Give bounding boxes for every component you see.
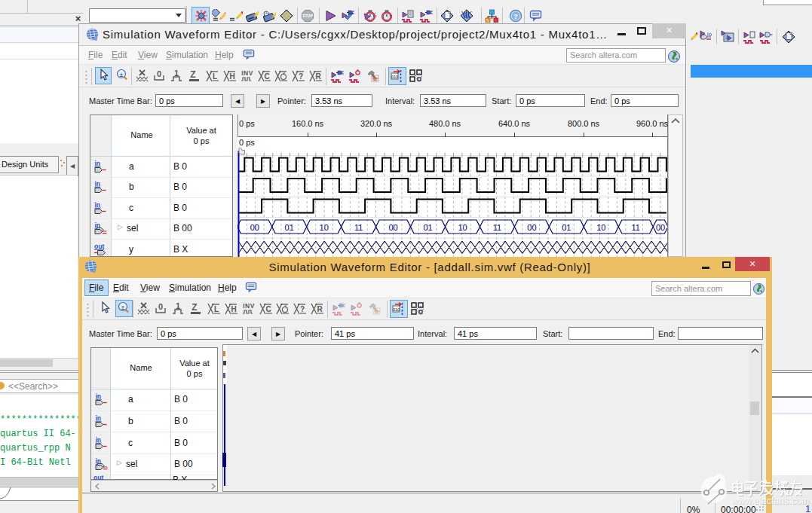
svg-text:?: ?: [300, 305, 305, 313]
svg-text:0: 0: [158, 302, 163, 311]
svg-text:01: 01: [562, 223, 571, 232]
svg-text:01: 01: [423, 223, 432, 232]
svg-text:00: 00: [250, 223, 259, 232]
svg-text:0: 0: [157, 69, 161, 78]
svg-text:10: 10: [458, 223, 467, 232]
svg-text:11: 11: [354, 223, 363, 232]
svg-text:out: out: [94, 243, 104, 250]
svg-text:out: out: [93, 475, 103, 480]
svg-text:?: ?: [513, 12, 518, 20]
svg-text:C: C: [264, 72, 269, 81]
svg-text:H: H: [231, 305, 236, 313]
svg-text:00: 00: [656, 223, 665, 232]
svg-text:Z: Z: [190, 69, 195, 80]
svg-text:±: ±: [121, 304, 125, 311]
svg-text:10: 10: [596, 223, 605, 232]
svg-text:in: in: [96, 393, 102, 400]
svg-text:010: 010: [391, 75, 398, 79]
svg-text:INV: INV: [243, 302, 255, 310]
svg-text:11: 11: [631, 223, 639, 232]
svg-text:11: 11: [493, 223, 501, 232]
svg-text:?: ?: [299, 72, 303, 81]
svg-text:R: R: [315, 72, 321, 81]
svg-text:01: 01: [285, 223, 294, 232]
svg-text:in: in: [95, 202, 101, 209]
svg-text:R: R: [317, 305, 323, 313]
svg-text:INV: INV: [241, 69, 253, 77]
svg-text:C: C: [265, 305, 271, 313]
svg-text:±: ±: [120, 71, 124, 78]
svg-text:H: H: [229, 72, 234, 81]
svg-text:010: 010: [393, 307, 400, 312]
svg-text:in: in: [96, 437, 102, 444]
svg-text:www.elecfans.com: www.elecfans.com: [731, 496, 810, 506]
svg-text:Z: Z: [192, 302, 197, 313]
svg-text:10: 10: [320, 223, 329, 232]
svg-text:in: in: [96, 415, 102, 422]
svg-text:in: in: [95, 181, 101, 188]
svg-text:00: 00: [388, 223, 397, 232]
svg-text:STOP: STOP: [302, 14, 314, 18]
svg-text:L: L: [214, 305, 219, 313]
svg-text:L: L: [213, 72, 217, 81]
svg-text:00: 00: [527, 223, 536, 232]
svg-text:in: in: [95, 160, 101, 167]
